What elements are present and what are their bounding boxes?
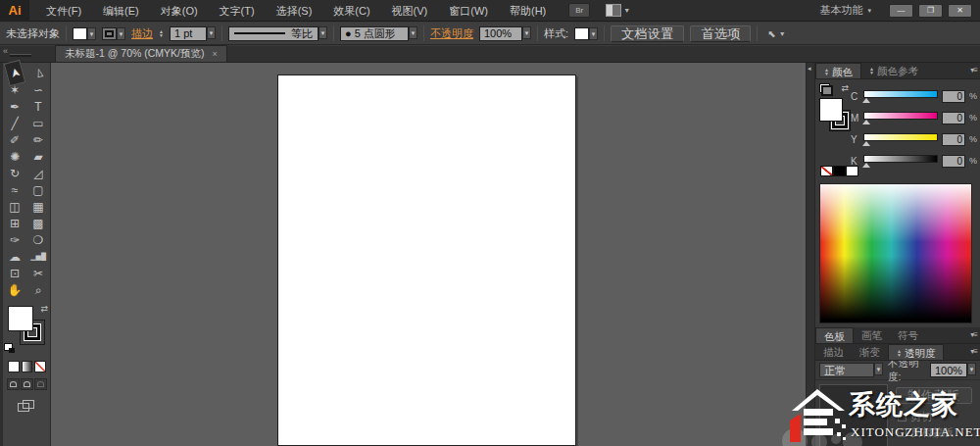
slider-track[interactable] xyxy=(863,111,938,124)
brush-definition-value[interactable]: ● 5 点圆形 xyxy=(340,26,409,41)
collapse-toolbar-icon[interactable]: « xyxy=(3,46,8,56)
screen-mode-button[interactable] xyxy=(18,400,35,413)
free-transform-tool-icon[interactable]: ▢ xyxy=(26,181,50,198)
none-button[interactable] xyxy=(34,361,46,372)
type-tool-icon[interactable]: T xyxy=(26,98,50,115)
lasso-tool-icon[interactable]: ∽ xyxy=(26,81,50,98)
menu-item[interactable]: 帮助(H) xyxy=(499,0,557,22)
rotate-tool-icon[interactable]: ↻ xyxy=(3,165,26,181)
style-picker[interactable]: ▼ xyxy=(574,27,598,40)
perspective-grid-tool-icon[interactable]: ▦ xyxy=(26,198,50,215)
shape-builder-tool-icon[interactable]: ◫ xyxy=(3,198,26,215)
swap-fill-stroke-icon[interactable]: ⇄ xyxy=(841,83,849,93)
blend-mode-combo[interactable]: 正常 ▼ xyxy=(819,363,883,377)
menu-item[interactable]: 选择(S) xyxy=(266,0,323,22)
document-tab[interactable]: 未标题-1 @ 70% (CMYK/预览) × xyxy=(55,45,227,62)
tab-color-guide[interactable]: ▲▼ 颜色参考 xyxy=(861,63,926,78)
bridge-icon[interactable]: Br xyxy=(568,3,590,18)
line-segment-tool-icon[interactable]: ╱ xyxy=(3,115,26,131)
select-similar-button[interactable]: ⬉ ▼ xyxy=(767,28,785,39)
paintbrush-tool-icon[interactable]: ✐ xyxy=(3,131,26,148)
close-tab-icon[interactable]: × xyxy=(213,49,218,59)
panel-menu-icon[interactable]: ▾≡ xyxy=(970,347,977,356)
make-mask-button[interactable]: 制作蒙版 xyxy=(896,387,972,404)
blob-brush-tool-icon[interactable]: ✺ xyxy=(3,148,26,165)
toolbar-grip[interactable] xyxy=(10,54,31,57)
channel-value-field[interactable]: 0 xyxy=(942,155,965,168)
pen-tool-icon[interactable]: ✒ xyxy=(3,98,26,115)
slider-thumb-icon[interactable] xyxy=(862,98,870,103)
opacity-value[interactable]: 100% xyxy=(479,26,522,41)
proxy-fill-box[interactable] xyxy=(819,98,843,122)
fill-color-box[interactable] xyxy=(8,306,33,331)
tab-brushes[interactable]: 画笔 xyxy=(854,327,890,343)
menu-item[interactable]: 文件(F) xyxy=(35,0,92,22)
blend-mode-value[interactable]: 正常 xyxy=(819,363,874,377)
menu-item[interactable]: 视图(V) xyxy=(381,0,439,22)
slider-track[interactable] xyxy=(863,89,938,103)
slider-track[interactable] xyxy=(863,132,938,146)
none-swatch[interactable] xyxy=(820,166,833,176)
panel-opacity-value[interactable]: 100% xyxy=(930,363,967,377)
color-spectrum[interactable] xyxy=(819,183,972,323)
collapse-panels-icon[interactable]: ◂ xyxy=(808,65,811,73)
minimize-button[interactable]: — xyxy=(889,4,913,18)
arrange-documents-button[interactable]: ▼ xyxy=(606,4,630,17)
panel-opacity-combo[interactable]: 100% ▼ xyxy=(930,363,976,377)
artboard-tool-icon[interactable]: ⊡ xyxy=(3,265,26,281)
blend-tool-icon[interactable]: ❍ xyxy=(26,231,50,248)
gradient-tool-icon[interactable]: ▩ xyxy=(26,215,50,231)
menu-item[interactable]: 编辑(E) xyxy=(92,0,150,22)
tab-gradient[interactable]: 渐变 xyxy=(852,344,888,360)
zoom-tool-icon[interactable]: ⌕ xyxy=(26,281,50,298)
workspace-switcher[interactable]: 基本功能 ▾ xyxy=(819,3,871,18)
stroke-panel-link[interactable]: 描边 xyxy=(131,26,153,41)
tab-color[interactable]: ▲▼ 颜色 xyxy=(815,63,861,78)
invert-mask-checkbox[interactable] xyxy=(898,428,906,437)
menu-item[interactable]: 窗口(W) xyxy=(438,0,499,22)
eraser-tool-icon[interactable]: ▰ xyxy=(26,148,50,165)
brush-definition-combo[interactable]: ● 5 点圆形 ▼ xyxy=(340,26,417,41)
rectangle-tool-icon[interactable]: ▭ xyxy=(26,115,50,131)
white-swatch[interactable] xyxy=(846,166,858,176)
object-thumbnail-well[interactable] xyxy=(819,384,888,446)
stroke-weight-combo[interactable]: 1 pt ▼ xyxy=(170,26,216,41)
slider-track[interactable] xyxy=(863,154,938,168)
gradient-button[interactable] xyxy=(22,361,33,372)
opacity-combo[interactable]: 100% ▼ xyxy=(479,26,531,41)
fill-stroke-control[interactable]: ⇄ xyxy=(3,306,50,357)
panel-menu-icon[interactable]: ▾≡ xyxy=(970,330,977,339)
document-setup-button[interactable]: 文档设置 xyxy=(611,25,684,42)
stroke-color-picker[interactable]: ▼ xyxy=(102,27,125,40)
channel-value-field[interactable]: 0 xyxy=(942,112,965,124)
tab-stroke[interactable]: 描边 xyxy=(815,344,852,360)
channel-value-field[interactable]: 0 xyxy=(942,133,965,146)
black-swatch[interactable] xyxy=(833,166,846,176)
menu-item[interactable]: 文字(T) xyxy=(209,0,266,22)
width-profile-combo[interactable]: 等比 ▼ xyxy=(228,26,327,41)
draw-behind-button[interactable] xyxy=(21,378,33,390)
stroke-weight-stepper[interactable]: ▲▼ xyxy=(159,29,164,37)
width-tool-icon[interactable]: ≈ xyxy=(3,181,26,198)
preferences-button[interactable]: 首选项 xyxy=(690,25,751,42)
menu-item[interactable]: 对象(O) xyxy=(150,0,209,22)
color-button[interactable] xyxy=(8,361,20,372)
stroke-weight-value[interactable]: 1 pt xyxy=(170,26,207,41)
tab-transparency[interactable]: ▲▼ 透明度 xyxy=(888,344,944,360)
slider-thumb-icon[interactable] xyxy=(862,141,870,146)
draw-normal-button[interactable] xyxy=(7,378,20,390)
panel-menu-icon[interactable]: ▾≡ xyxy=(970,66,977,74)
default-fill-stroke-icon[interactable] xyxy=(4,343,13,351)
scale-tool-icon[interactable]: ◿ xyxy=(26,165,50,181)
artboard-canvas[interactable] xyxy=(277,74,576,446)
close-button[interactable]: ✕ xyxy=(948,4,972,18)
tab-swatches[interactable]: 色板 xyxy=(815,327,854,343)
fill-color-picker[interactable]: ▼ xyxy=(73,27,96,40)
slice-tool-icon[interactable]: ✂ xyxy=(26,265,50,281)
slider-thumb-icon[interactable] xyxy=(862,163,870,168)
restore-button[interactable]: ❐ xyxy=(918,4,943,18)
swap-fill-stroke-icon[interactable]: ⇄ xyxy=(40,304,48,314)
channel-value-field[interactable]: 0 xyxy=(942,90,965,103)
menu-item[interactable]: 效果(C) xyxy=(322,0,380,22)
eyedropper-tool-icon[interactable]: ✑ xyxy=(3,231,26,248)
